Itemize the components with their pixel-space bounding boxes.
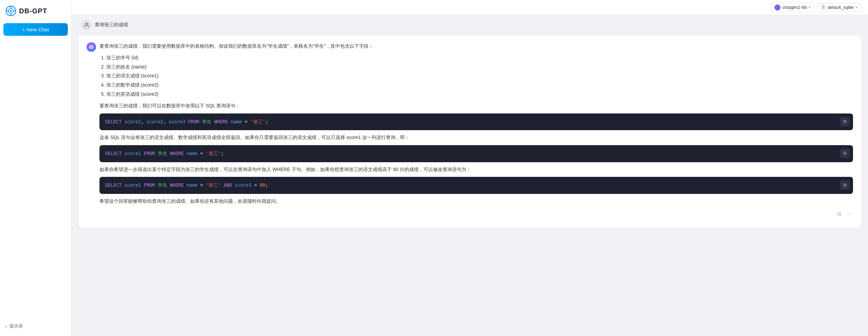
response-actions: ⧉ ··· [99, 209, 853, 218]
sidebar: DB-GPT + New Chat ○ 提示语 [0, 0, 72, 336]
list-item: 张三的英语成绩 (score3) [106, 90, 853, 98]
list-item: 张三的姓名 (name) [106, 63, 853, 71]
logo-text: DB-GPT [19, 7, 47, 15]
svg-point-7 [86, 23, 88, 26]
copy-response-button[interactable]: ⧉ [836, 210, 842, 218]
user-message: 查询张三的成绩 [78, 20, 861, 30]
db-icon: 🗄 [821, 5, 825, 10]
sql-intro-text: 要查询张三的成绩，我们可以在数据库中使用以下 SQL 查询语句： [99, 102, 853, 110]
more-actions-button[interactable]: ··· [846, 210, 853, 218]
copy-button-3[interactable]: ⧉ [840, 180, 850, 190]
ai-fields-list: 张三的学号 (id) 张三的姓名 (name) 张三的语文成绩 (score1)… [106, 54, 853, 98]
main-area: chatglm2-6b ▾ 🗄 default_sqlite ▾ 查询张三的成绩 [72, 0, 868, 336]
model-icon [774, 4, 780, 11]
user-avatar [82, 20, 91, 30]
list-item: 张三的数学成绩 (score2) [106, 81, 853, 89]
hint-button[interactable]: ○ 提示语 [3, 320, 68, 332]
copy-button-1[interactable]: ⧉ [840, 117, 850, 126]
hint-label: 提示语 [10, 323, 23, 329]
sql2-desc-text: 这条 SQL 语句会将张三的语文成绩、数学成绩和英语成绩全部返回。如果你只需要返… [99, 134, 853, 142]
hint-icon: ○ [5, 324, 7, 329]
logo-icon [5, 5, 16, 16]
chat-area: 查询张三的成绩 要查询张三的成绩，我们需要使用数据库中的表格结构。假设我们的数据… [72, 15, 868, 336]
topbar: chatglm2-6b ▾ 🗄 default_sqlite ▾ [72, 0, 868, 15]
list-item: 张三的学号 (id) [106, 54, 853, 62]
sql-keyword: SELECT [105, 119, 122, 124]
ai-response: 要查询张三的成绩，我们需要使用数据库中的表格结构。假设我们的数据库名为"学生成绩… [78, 35, 861, 228]
user-query-text: 查询张三的成绩 [95, 20, 128, 28]
sql-keyword: SELECT [105, 151, 122, 156]
sql3-desc-text: 如果你希望进一步筛选出某个特定字段为张三的学生成绩，可以在查询语句中加入 WHE… [99, 166, 853, 174]
code-block-2: SELECT score1 FROM 学生 WHERE name = '张三';… [99, 145, 853, 162]
code-block-1: SELECT score1, score2, score3 FROM 学生 WH… [99, 113, 853, 131]
sql-col: score1 [124, 119, 141, 124]
ai-header: 要查询张三的成绩，我们需要使用数据库中的表格结构。假设我们的数据库名为"学生成绩… [87, 42, 853, 218]
ai-avatar [87, 42, 96, 52]
model-label: chatglm2-6b [782, 5, 807, 10]
db-label: default_sqlite [827, 5, 854, 10]
code-block-3: SELECT score1 FROM 学生 WHERE name = '张三' … [99, 177, 853, 194]
conclusion-text: 希望这个回答能够帮助你查询张三的成绩。如果你还有其他问题，欢迎随时向我提问。 [99, 197, 853, 205]
model-selector[interactable]: chatglm2-6b ▾ [771, 3, 815, 12]
logo-area: DB-GPT [3, 4, 68, 19]
svg-point-9 [91, 46, 92, 48]
new-chat-button[interactable]: + New Chat [3, 23, 68, 36]
db-selector[interactable]: 🗄 default_sqlite ▾ [818, 3, 861, 12]
sql-plain [122, 119, 124, 124]
model-chevron-icon: ▾ [809, 5, 810, 9]
copy-button-2[interactable]: ⧉ [840, 149, 850, 158]
db-chevron-icon: ▾ [856, 5, 857, 9]
svg-point-2 [10, 10, 12, 12]
ai-intro-text: 要查询张三的成绩，我们需要使用数据库中的表格结构。假设我们的数据库名为"学生成绩… [99, 42, 853, 50]
list-item: 张三的语文成绩 (score1) [106, 72, 853, 80]
ai-content: 要查询张三的成绩，我们需要使用数据库中的表格结构。假设我们的数据库名为"学生成绩… [99, 42, 853, 218]
